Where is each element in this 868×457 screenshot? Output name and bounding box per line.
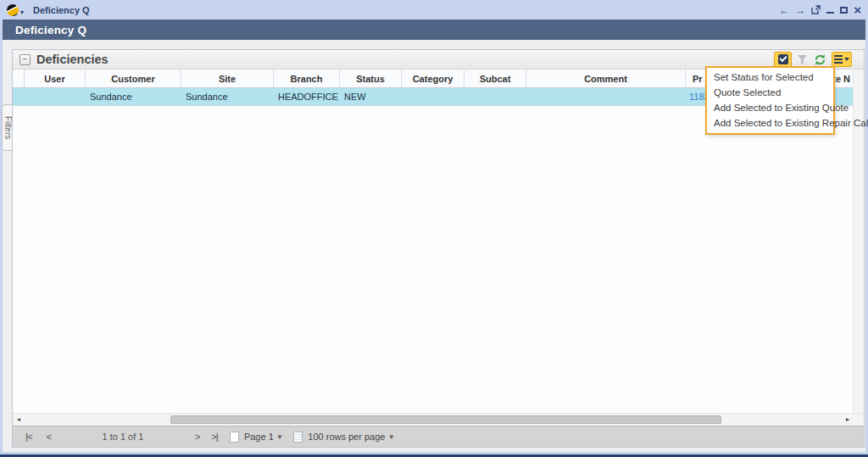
rows-per-page-caret-icon[interactable]: ▾ <box>389 432 393 441</box>
menu-item-quote-selected[interactable]: Quote Selected <box>707 85 833 100</box>
cell-subcat <box>465 88 526 105</box>
cell-user <box>25 88 86 105</box>
column-header-branch[interactable]: Branch <box>274 70 340 87</box>
checked-checkbox-icon <box>778 54 788 64</box>
filter-button[interactable] <box>795 52 809 67</box>
prev-page-button[interactable]: < <box>47 432 51 442</box>
back-icon[interactable]: ← <box>779 5 789 15</box>
rows-per-page-icon <box>293 432 303 443</box>
page-title: Deficiency Q <box>15 24 86 36</box>
row-range-label: 1 to 1 of 1 <box>59 432 186 442</box>
page-icon <box>230 432 239 443</box>
cell-site: Sundance <box>181 88 274 105</box>
hamburger-icon <box>834 55 843 64</box>
column-header-select[interactable] <box>13 70 25 87</box>
column-header-customer[interactable]: Customer <box>86 70 181 87</box>
titlebar-title: Deficiency Q <box>33 5 90 15</box>
maximize-icon[interactable] <box>840 7 848 14</box>
first-page-button[interactable]: |< <box>25 432 32 442</box>
last-page-button[interactable]: >| <box>211 432 218 442</box>
panel-title: Deficiencies <box>36 53 108 66</box>
menu-item-add-to-existing-repair-call[interactable]: Add Selected to Existing Repair Call <box>707 115 833 131</box>
titlebar: ▾ Deficiency Q ← → × <box>0 0 868 20</box>
column-header-status[interactable]: Status <box>340 70 402 87</box>
popout-icon[interactable] <box>811 5 821 14</box>
scroll-left-icon[interactable]: ◂ <box>17 415 20 423</box>
cell-comment <box>526 88 686 105</box>
filter-funnel-icon <box>797 54 808 65</box>
actions-menu-button[interactable] <box>832 52 852 67</box>
cell-status: NEW <box>340 88 402 105</box>
app-window: ▾ Deficiency Q ← → × Deficiency Q Filter… <box>0 0 868 457</box>
rows-per-page-selector[interactable]: 100 rows per page <box>308 432 385 442</box>
pagination-bar: |< < 1 to 1 of 1 > >| Page 1 ▾ 100 rows … <box>13 426 864 447</box>
page-header: Deficiency Q <box>3 20 865 40</box>
actions-dropdown-menu: Set Status for Selected Quote Selected A… <box>705 66 835 135</box>
window-controls: ← → × <box>779 0 861 20</box>
refresh-icon <box>814 53 826 66</box>
column-header-user[interactable]: User <box>25 70 86 87</box>
multiselect-toggle-button[interactable] <box>774 52 792 67</box>
collapse-panel-button[interactable]: − <box>19 54 31 65</box>
close-icon[interactable]: × <box>854 3 861 16</box>
menu-caret-icon <box>844 58 849 61</box>
column-header-category[interactable]: Category <box>402 70 465 87</box>
page-selector-caret-icon[interactable]: ▾ <box>278 432 282 441</box>
horizontal-scrollbar[interactable]: ◂ ▸ <box>13 413 864 426</box>
cell-branch: HEADOFFICE <box>274 88 340 105</box>
page-selector[interactable]: Page 1 <box>244 432 274 442</box>
scroll-right-icon[interactable]: ▸ <box>846 415 849 423</box>
column-header-subcat[interactable]: Subcat <box>465 70 526 87</box>
column-header-site[interactable]: Site <box>181 70 274 87</box>
menu-item-set-status[interactable]: Set Status for Selected <box>707 70 833 85</box>
column-header-comment[interactable]: Comment <box>526 70 686 87</box>
app-logo-icon[interactable] <box>7 4 19 16</box>
cell-category <box>402 88 465 105</box>
logo-dropdown-caret-icon[interactable]: ▾ <box>20 8 24 16</box>
menu-item-add-to-existing-quote[interactable]: Add Selected to Existing Quote <box>707 100 833 115</box>
cell-select[interactable] <box>13 88 25 105</box>
minimize-icon[interactable] <box>826 6 834 14</box>
refresh-button[interactable] <box>812 52 828 67</box>
next-page-button[interactable]: > <box>195 432 199 442</box>
panel-toolbar <box>774 52 852 67</box>
horizontal-scrollbar-thumb[interactable] <box>170 415 721 424</box>
cell-customer: Sundance <box>86 88 181 105</box>
forward-icon[interactable]: → <box>795 5 805 15</box>
